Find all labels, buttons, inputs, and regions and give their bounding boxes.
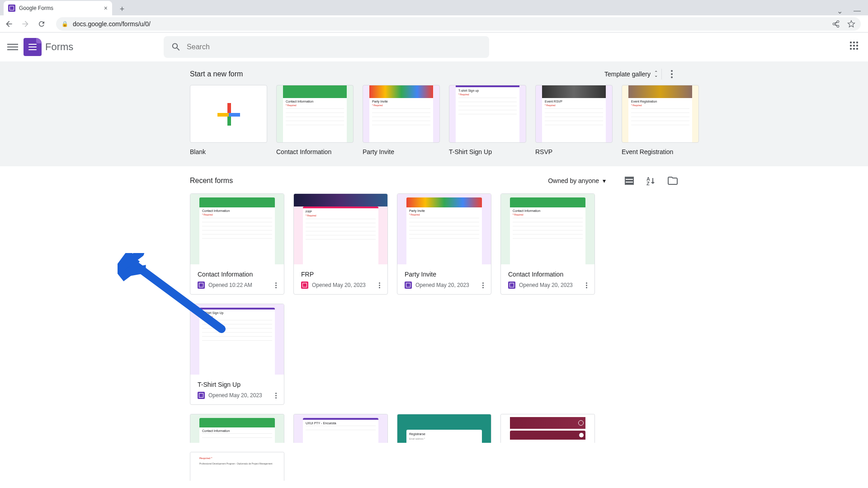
recent-form-card[interactable]: T-Shirt Sign Up * Required T-Shirt Sign … <box>190 304 284 405</box>
back-button[interactable] <box>4 19 14 29</box>
form-type-icon <box>405 282 412 289</box>
templates-section: Start a new form Template gallery ⌃⌄ Bla… <box>0 61 868 166</box>
template-card[interactable]: T-shirt Sign up* RequiredT-Shirt Sign Up <box>449 85 526 155</box>
recent-section: Recent forms Owned by anyone ▾ AZ <box>0 166 868 488</box>
recent-form-card[interactable]: Contact Information * Required Contact I… <box>500 193 595 295</box>
google-apps-button[interactable] <box>850 42 861 52</box>
form-date: Opened May 20, 2023 <box>312 282 375 288</box>
form-title: Contact Information <box>198 271 277 278</box>
form-date: Opened May 20, 2023 <box>415 282 479 288</box>
search-input[interactable] <box>187 43 482 51</box>
folder-button[interactable] <box>667 175 678 186</box>
tabs-dropdown-icon[interactable]: ⌄ <box>837 7 843 15</box>
templates-heading: Start a new form <box>190 70 243 78</box>
template-label: Contact Information <box>276 148 354 155</box>
url-bar: 🔒 docs.google.com/forms/u/0/ <box>0 15 868 33</box>
svg-text:Z: Z <box>646 181 650 186</box>
recent-form-card[interactable]: RegistrarseEmail address * <box>397 414 491 443</box>
form-type-icon <box>301 282 308 289</box>
list-view-button[interactable] <box>624 175 635 186</box>
recent-form-card[interactable]: Party Invite * Required Party Invite Ope… <box>397 193 491 295</box>
form-date: Opened May 20, 2023 <box>519 282 582 288</box>
templates-more-button[interactable] <box>665 70 678 78</box>
recent-heading: Recent forms <box>190 177 233 185</box>
sort-button[interactable]: AZ <box>646 175 656 186</box>
owner-filter-dropdown[interactable]: Owned by anyone ▾ <box>548 177 606 184</box>
recent-form-card[interactable]: Contact Information <box>190 414 284 443</box>
template-label: Blank <box>190 148 267 155</box>
main-menu-button[interactable] <box>7 42 18 52</box>
template-label: Event Registration <box>622 148 699 155</box>
forward-button[interactable] <box>20 19 31 29</box>
template-card[interactable]: Event Registration* RequiredEvent Regist… <box>622 85 699 155</box>
app-name: Forms <box>45 41 73 53</box>
close-tab-icon[interactable]: × <box>104 5 108 12</box>
form-more-button[interactable] <box>586 282 587 288</box>
browser-tab[interactable]: Google Forms × <box>4 1 112 15</box>
form-date: Opened May 20, 2023 <box>208 392 272 399</box>
form-title: FRP <box>301 271 380 278</box>
search-box[interactable] <box>164 36 489 58</box>
tab-title: Google Forms <box>19 5 53 11</box>
search-icon <box>171 42 181 52</box>
minimize-icon[interactable]: — <box>854 7 861 15</box>
bookmark-icon[interactable] <box>847 20 855 28</box>
url-text: docs.google.com/forms/u/0/ <box>73 20 151 28</box>
expand-icon: ⌃⌄ <box>654 71 658 77</box>
template-label: RSVP <box>535 148 613 155</box>
browser-chrome: Google Forms × + ⌄ — 🔒 docs.google.com/f… <box>0 0 868 33</box>
template-card[interactable]: Contact Information* RequiredContact Inf… <box>276 85 354 155</box>
forms-logo-icon[interactable] <box>24 38 42 56</box>
recent-form-card[interactable]: FRP * Required FRP Opened May 20, 2023 <box>293 193 388 295</box>
app-header: Forms <box>0 33 868 61</box>
recent-form-card[interactable] <box>500 414 595 443</box>
tab-strip: Google Forms × + ⌄ — <box>0 0 868 15</box>
window-controls: ⌄ — <box>837 7 868 15</box>
new-tab-button[interactable]: + <box>116 3 128 15</box>
form-type-icon <box>508 282 515 289</box>
forms-favicon-icon <box>8 5 15 12</box>
template-label: T-Shirt Sign Up <box>449 148 526 155</box>
recent-form-card[interactable]: Required *Professional Development Progr… <box>190 452 284 481</box>
template-card[interactable]: Blank <box>190 85 267 155</box>
form-title: Party Invite <box>405 271 484 278</box>
form-title: T-Shirt Sign Up <box>198 381 277 388</box>
form-more-button[interactable] <box>482 282 484 288</box>
template-label: Party Invite <box>363 148 440 155</box>
address-bar[interactable]: 🔒 docs.google.com/forms/u/0/ <box>56 17 861 31</box>
form-more-button[interactable] <box>275 393 277 399</box>
reload-button[interactable] <box>36 19 47 29</box>
template-gallery-button[interactable]: Template gallery ⌃⌄ <box>604 70 658 78</box>
recent-form-card[interactable]: UXUI PTY - Encuesta <box>293 414 388 443</box>
dropdown-icon: ▾ <box>603 177 606 184</box>
form-type-icon <box>198 282 205 289</box>
form-date: Opened 10:22 AM <box>208 282 272 288</box>
template-card[interactable]: Event RSVP* RequiredRSVP <box>535 85 613 155</box>
form-more-button[interactable] <box>275 282 277 288</box>
lock-icon: 🔒 <box>61 21 68 27</box>
form-more-button[interactable] <box>379 282 380 288</box>
recent-form-card[interactable]: Contact Information * Required Contact I… <box>190 193 284 295</box>
form-type-icon <box>198 392 205 399</box>
form-title: Contact Information <box>508 271 587 278</box>
share-icon[interactable] <box>832 20 840 28</box>
template-card[interactable]: Party Invite* RequiredParty Invite <box>363 85 440 155</box>
